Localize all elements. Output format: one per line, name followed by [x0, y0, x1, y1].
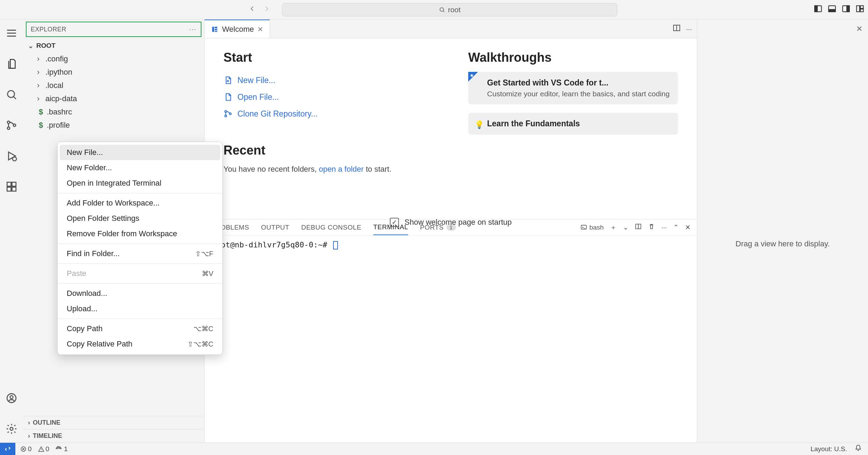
activity-extensions[interactable] — [4, 179, 19, 194]
panel-close-icon[interactable]: ✕ — [685, 223, 691, 231]
tree-folder[interactable]: ›.local — [23, 79, 204, 92]
nav-forward-icon[interactable] — [263, 5, 271, 15]
tree-folder[interactable]: ›.config — [23, 52, 204, 66]
timeline-section[interactable]: ›TIMELINE — [23, 429, 204, 442]
status-ports[interactable]: 1 — [56, 445, 68, 453]
terminal-profile-icon[interactable]: bash — [580, 224, 604, 231]
context-menu-item[interactable]: Open Folder Settings — [58, 211, 222, 226]
panel-maximize-icon[interactable]: ⌃ — [673, 223, 679, 231]
new-file-link[interactable]: New File... — [223, 72, 433, 89]
terminal-prompt: root@nb-dihlvr7g5q80-0:~# — [212, 240, 332, 249]
start-heading: Start — [223, 50, 433, 65]
context-menu-item[interactable]: Copy Relative Path⇧⌥⌘C — [58, 336, 222, 352]
editor-group: Welcome ✕ ··· Start New File... Open Fil… — [205, 20, 697, 442]
context-menu-item[interactable]: Copy Path⌥⌘C — [58, 321, 222, 336]
svg-rect-4 — [829, 9, 836, 12]
activity-explorer[interactable] — [4, 57, 19, 71]
walkthroughs-heading: Walkthroughs — [468, 50, 678, 65]
status-errors[interactable]: 0 — [20, 445, 32, 453]
context-menu-item: Paste⌘V — [58, 266, 222, 281]
tree-folder[interactable]: ›.ipython — [23, 66, 204, 79]
context-menu-item[interactable]: Upload... — [58, 301, 222, 316]
close-icon[interactable]: ✕ — [257, 25, 263, 33]
status-bar: 0 0 1 Layout: U.S. — [0, 442, 868, 455]
startup-checkbox[interactable]: ✓ — [390, 218, 399, 227]
walkthrough-get-started[interactable]: Get Started with VS Code for t... Custom… — [468, 72, 678, 104]
activity-settings[interactable] — [4, 422, 19, 436]
activity-search[interactable] — [4, 87, 19, 102]
outline-section[interactable]: ›OUTLINE — [23, 416, 204, 429]
context-menu-item[interactable]: Find in Folder...⇧⌥F — [58, 246, 222, 261]
layout-bottom-icon[interactable] — [827, 4, 837, 15]
svg-point-0 — [440, 8, 444, 12]
shell-file-icon: $ — [37, 121, 45, 130]
terminal-dropdown-icon[interactable]: ⌄ — [623, 223, 628, 231]
context-menu-label: New Folder... — [67, 163, 112, 172]
split-editor-icon[interactable] — [672, 24, 681, 34]
panel-more-icon[interactable]: ··· — [661, 224, 667, 231]
context-menu-item[interactable]: Open in Integrated Terminal — [58, 176, 222, 191]
panel-tab-debug[interactable]: DEBUG CONSOLE — [301, 219, 361, 235]
command-center-search[interactable]: root — [282, 3, 617, 16]
tree-file[interactable]: $.profile — [23, 119, 204, 132]
svg-point-13 — [13, 124, 16, 126]
status-layout[interactable]: Layout: U.S. — [810, 445, 847, 453]
nav-back-icon[interactable] — [248, 5, 256, 15]
new-terminal-icon[interactable]: ＋ — [610, 223, 617, 232]
layout-left-icon[interactable] — [814, 4, 823, 15]
panel-tab-output[interactable]: OUTPUT — [261, 219, 289, 235]
open-folder-link[interactable]: open a folder — [319, 165, 363, 173]
explorer-title: EXPLORER — [31, 26, 66, 33]
menu-icon[interactable] — [4, 26, 19, 40]
open-file-link[interactable]: Open File... — [223, 89, 433, 105]
tab-welcome[interactable]: Welcome ✕ — [205, 20, 270, 38]
star-badge-icon — [468, 72, 478, 82]
walkthrough-title: Get Started with VS Code for t... — [487, 78, 670, 88]
clone-repo-link[interactable]: Clone Git Repository... — [223, 105, 433, 122]
context-menu-label: Remove Folder from Workspace — [67, 229, 177, 238]
startup-label: Show welcome page on startup — [405, 218, 512, 227]
tree-folder[interactable]: ›aicp-data — [23, 92, 204, 105]
notifications-icon[interactable] — [855, 445, 862, 453]
context-menu-label: Copy Relative Path — [67, 340, 132, 349]
layout-customize-icon[interactable] — [855, 4, 865, 15]
kill-terminal-icon[interactable] — [648, 223, 655, 232]
recent-heading: Recent — [223, 143, 433, 158]
shell-file-icon: $ — [37, 107, 45, 117]
tab-label: Welcome — [222, 25, 254, 34]
chevron-right-icon: › — [28, 432, 30, 440]
context-menu-item[interactable]: New File... — [60, 145, 220, 160]
walkthrough-title: Learn the Fundamentals — [487, 119, 670, 128]
secondary-placeholder: Drag a view here to display. — [736, 239, 830, 248]
tree-file[interactable]: $.bashrc — [23, 105, 204, 119]
context-menu-item[interactable]: Remove Folder from Workspace — [58, 226, 222, 241]
svg-rect-2 — [815, 6, 817, 12]
tree-label: .profile — [47, 121, 70, 130]
context-menu-item[interactable]: New Folder... — [58, 160, 222, 176]
svg-point-10 — [8, 91, 15, 98]
context-menu-separator — [58, 319, 222, 319]
context-menu-item[interactable]: Download... — [58, 286, 222, 301]
timeline-label: TIMELINE — [33, 432, 62, 440]
link-label: Clone Git Repository... — [237, 109, 318, 119]
status-warnings[interactable]: 0 — [38, 445, 50, 453]
remote-indicator[interactable] — [0, 443, 15, 455]
close-icon[interactable]: ✕ — [856, 24, 862, 33]
terminal[interactable]: root@nb-dihlvr7g5q80-0:~# — [205, 236, 697, 442]
split-terminal-icon[interactable] — [635, 223, 642, 232]
context-menu-separator — [58, 244, 222, 244]
link-label: Open File... — [237, 92, 279, 102]
context-menu-item[interactable]: Add Folder to Workspace... — [58, 195, 222, 211]
tree-root[interactable]: ⌄ ROOT — [23, 39, 204, 52]
activity-run-debug[interactable] — [4, 149, 19, 163]
tab-more-icon[interactable]: ··· — [686, 25, 692, 33]
explorer-more-icon[interactable]: ··· — [189, 26, 197, 33]
walkthrough-fundamentals[interactable]: 💡 Learn the Fundamentals — [468, 113, 678, 135]
svg-point-29 — [229, 113, 231, 114]
chevron-right-icon: › — [28, 419, 30, 426]
activity-source-control[interactable] — [4, 118, 19, 133]
layout-right-icon[interactable] — [841, 4, 851, 15]
activity-account[interactable] — [4, 391, 19, 405]
ptab-label: OUTPUT — [261, 224, 289, 231]
ptab-label: DEBUG CONSOLE — [301, 224, 361, 231]
